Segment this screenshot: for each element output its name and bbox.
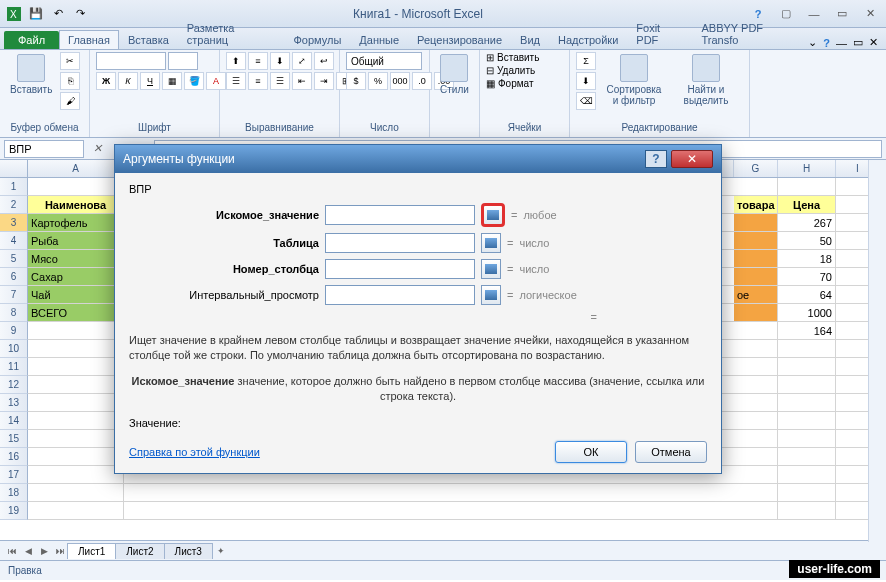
cell[interactable] xyxy=(734,430,778,448)
row-header[interactable]: 8 xyxy=(0,304,28,322)
percent-icon[interactable]: % xyxy=(368,72,388,90)
row-header[interactable]: 3 xyxy=(0,214,28,232)
row-header[interactable]: 19 xyxy=(0,502,28,520)
styles-button[interactable]: Стили xyxy=(436,52,473,97)
arg-input[interactable] xyxy=(325,259,475,279)
cell[interactable] xyxy=(28,340,124,358)
row-header[interactable]: 1 xyxy=(0,178,28,196)
cell[interactable] xyxy=(734,250,778,268)
delete-cells-button[interactable]: ⊟Удалить xyxy=(486,65,535,76)
arg-input[interactable] xyxy=(325,285,475,305)
tab-review[interactable]: Рецензирование xyxy=(408,30,511,49)
name-box[interactable]: ВПР xyxy=(4,140,84,158)
row-header[interactable]: 16 xyxy=(0,448,28,466)
font-size-combo[interactable] xyxy=(168,52,198,70)
function-help-link[interactable]: Справка по этой функции xyxy=(129,446,260,458)
row-header[interactable]: 7 xyxy=(0,286,28,304)
cell[interactable] xyxy=(734,502,778,520)
redo-icon[interactable]: ↷ xyxy=(70,4,90,24)
find-select-button[interactable]: Найти и выделить xyxy=(672,52,740,108)
cell[interactable] xyxy=(778,448,836,466)
doc-max-icon[interactable]: ▭ xyxy=(853,36,863,49)
tab-page-layout[interactable]: Разметка страниц xyxy=(178,18,285,49)
row-header[interactable]: 13 xyxy=(0,394,28,412)
align-middle-icon[interactable]: ≡ xyxy=(248,52,268,70)
cell[interactable] xyxy=(778,430,836,448)
sheet-last-icon[interactable]: ⏭ xyxy=(52,543,68,559)
cell[interactable] xyxy=(778,466,836,484)
cell[interactable]: Мясо xyxy=(28,250,124,268)
cell[interactable] xyxy=(778,376,836,394)
cell[interactable] xyxy=(28,466,124,484)
tab-view[interactable]: Вид xyxy=(511,30,549,49)
cell[interactable] xyxy=(734,322,778,340)
align-right-icon[interactable]: ☰ xyxy=(270,72,290,90)
cell[interactable] xyxy=(124,484,734,502)
dialog-close-button[interactable]: ✕ xyxy=(671,150,713,168)
cell[interactable] xyxy=(28,430,124,448)
cell[interactable]: Картофель xyxy=(28,214,124,232)
row-header[interactable]: 4 xyxy=(0,232,28,250)
doc-close-icon[interactable]: ✕ xyxy=(869,36,878,49)
cell[interactable]: ВСЕГО xyxy=(28,304,124,322)
cell[interactable] xyxy=(28,358,124,376)
cell[interactable]: Сахар xyxy=(28,268,124,286)
cell[interactable] xyxy=(734,178,778,196)
range-selector-button[interactable] xyxy=(481,285,501,305)
cell[interactable] xyxy=(778,394,836,412)
cell[interactable]: 64 xyxy=(778,286,836,304)
paste-button[interactable]: Вставить xyxy=(6,52,56,97)
row-header[interactable]: 10 xyxy=(0,340,28,358)
border-button[interactable]: ▦ xyxy=(162,72,182,90)
dialog-titlebar[interactable]: Аргументы функции ? ✕ xyxy=(115,145,721,173)
comma-icon[interactable]: 000 xyxy=(390,72,410,90)
cell[interactable] xyxy=(28,448,124,466)
cell[interactable]: Рыба xyxy=(28,232,124,250)
tab-formulas[interactable]: Формулы xyxy=(284,30,350,49)
file-tab[interactable]: Файл xyxy=(4,31,59,49)
indent-inc-icon[interactable]: ⇥ xyxy=(314,72,334,90)
select-all-corner[interactable] xyxy=(0,160,28,177)
cell[interactable] xyxy=(28,394,124,412)
copy-icon[interactable]: ⎘ xyxy=(60,72,80,90)
currency-icon[interactable]: $ xyxy=(346,72,366,90)
cancel-button[interactable]: Отмена xyxy=(635,441,707,463)
format-cells-button[interactable]: ▦Формат xyxy=(486,78,534,89)
autosum-icon[interactable]: Σ xyxy=(576,52,596,70)
range-selector-button[interactable] xyxy=(481,233,501,253)
cell[interactable]: 267 xyxy=(778,214,836,232)
number-format-combo[interactable]: Общий xyxy=(346,52,422,70)
new-sheet-icon[interactable]: ✦ xyxy=(213,543,229,559)
ribbon-expand-icon[interactable]: ⌄ xyxy=(808,36,817,49)
cell[interactable] xyxy=(124,502,734,520)
cell[interactable] xyxy=(734,412,778,430)
sort-filter-button[interactable]: Сортировка и фильтр xyxy=(600,52,668,108)
align-bottom-icon[interactable]: ⬇ xyxy=(270,52,290,70)
cell[interactable] xyxy=(28,178,124,196)
cancel-formula-icon[interactable]: ✕ xyxy=(88,140,106,158)
wrap-text-icon[interactable]: ↩ xyxy=(314,52,334,70)
close-icon[interactable]: ✕ xyxy=(858,5,882,23)
align-left-icon[interactable]: ☰ xyxy=(226,72,246,90)
row-header[interactable]: 6 xyxy=(0,268,28,286)
cell[interactable]: ое xyxy=(734,286,778,304)
cell[interactable] xyxy=(734,358,778,376)
cell[interactable] xyxy=(734,304,778,322)
tab-home[interactable]: Главная xyxy=(59,30,119,49)
inc-decimal-icon[interactable]: .0 xyxy=(412,72,432,90)
cell[interactable] xyxy=(28,412,124,430)
row-header[interactable]: 9 xyxy=(0,322,28,340)
cell[interactable] xyxy=(28,502,124,520)
cell[interactable]: 70 xyxy=(778,268,836,286)
sheet-first-icon[interactable]: ⏮ xyxy=(4,543,20,559)
cell[interactable] xyxy=(734,214,778,232)
cut-icon[interactable]: ✂ xyxy=(60,52,80,70)
cell[interactable] xyxy=(778,358,836,376)
cell[interactable] xyxy=(778,484,836,502)
insert-cells-button[interactable]: ⊞Вставить xyxy=(486,52,539,63)
arg-input[interactable] xyxy=(325,205,475,225)
row-header[interactable]: 5 xyxy=(0,250,28,268)
cell[interactable]: 1000 xyxy=(778,304,836,322)
row-header[interactable]: 14 xyxy=(0,412,28,430)
maximize-icon[interactable]: ▭ xyxy=(830,5,854,23)
